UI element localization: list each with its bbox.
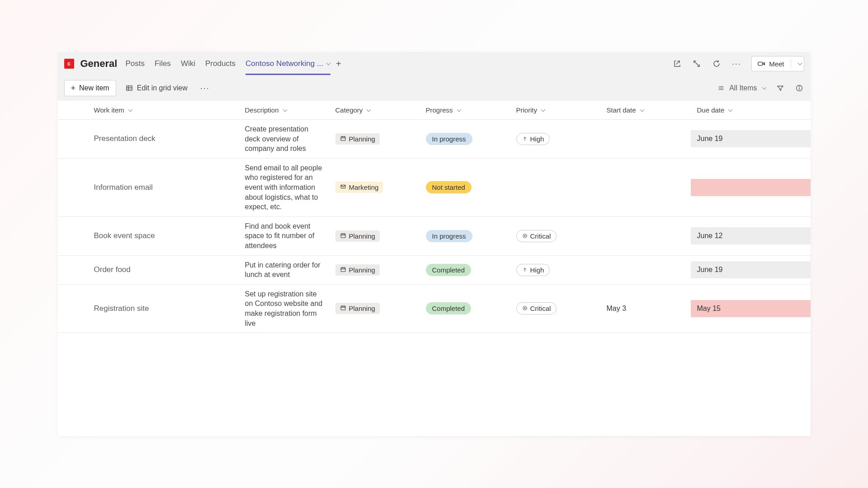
svg-point-3	[799, 86, 799, 87]
app-window: c General PostsFilesWikiProductsContoso …	[58, 52, 811, 436]
category-tag[interactable]: Planning	[335, 230, 380, 242]
due-date-cell[interactable]: June 19	[691, 130, 811, 147]
team-badge[interactable]: c	[64, 59, 74, 69]
view-controls: All Items	[717, 83, 804, 93]
header-actions: ··· Meet	[672, 56, 804, 71]
tab-files[interactable]: Files	[155, 53, 171, 75]
column-header-description[interactable]: Description	[239, 102, 329, 118]
svg-rect-9	[341, 306, 345, 310]
filter-icon[interactable]	[775, 83, 785, 93]
description-cell: Set up registration site on Contoso webs…	[239, 285, 329, 333]
tab-wiki[interactable]: Wiki	[181, 53, 195, 75]
description-cell: Find and book event space to fit number …	[239, 217, 329, 255]
table-row[interactable]: Book event spaceFind and book event spac…	[58, 217, 811, 256]
critical-icon	[522, 305, 528, 312]
chevron-down-icon	[640, 109, 644, 112]
start-date-cell[interactable]: May 3	[600, 300, 691, 317]
due-date-cell[interactable]: June 12	[691, 227, 811, 244]
start-date-cell[interactable]	[600, 265, 691, 274]
start-date-cell[interactable]	[600, 134, 691, 143]
start-date-cell[interactable]	[600, 231, 691, 240]
expand-icon[interactable]	[692, 59, 702, 69]
work-item-title[interactable]: Order food	[94, 265, 131, 274]
edit-grid-button[interactable]: Edit in grid view	[121, 81, 192, 95]
table-row[interactable]: Presentation deckCreate presentation dec…	[58, 120, 811, 159]
description-cell: Send email to all people who registered …	[239, 159, 329, 216]
category-tag[interactable]: Planning	[335, 133, 380, 145]
chevron-down-icon	[541, 109, 545, 112]
list-icon	[717, 84, 725, 92]
column-header-progress[interactable]: Progress	[420, 102, 510, 118]
refresh-icon[interactable]	[712, 59, 722, 69]
svg-rect-1	[126, 86, 132, 91]
category-tag[interactable]: Planning	[335, 264, 380, 276]
category-tag[interactable]: Planning	[335, 303, 380, 314]
tab-contoso-networking-[interactable]: Contoso Networking ...	[245, 53, 330, 75]
start-date-cell[interactable]	[600, 183, 691, 192]
due-date-cell[interactable]: May 15	[691, 300, 811, 317]
new-item-label: New item	[79, 84, 109, 92]
priority-pill[interactable]: High	[516, 264, 550, 276]
calendar-icon	[340, 266, 346, 274]
add-tab-button[interactable]: +	[334, 59, 343, 69]
tab-products[interactable]: Products	[205, 53, 236, 75]
due-date-cell[interactable]	[691, 179, 811, 196]
tab-posts[interactable]: Posts	[125, 53, 145, 75]
table-row[interactable]: Information emailSend email to all peopl…	[58, 159, 811, 217]
table-row[interactable]: Order foodPut in catering order for lunc…	[58, 256, 811, 285]
column-header-start-date[interactable]: Start date	[600, 102, 691, 118]
column-header-category[interactable]: Category	[329, 102, 420, 118]
popout-icon[interactable]	[672, 59, 682, 69]
svg-rect-8	[341, 267, 345, 271]
table-row[interactable]: Registration siteSet up registration sit…	[58, 285, 811, 333]
work-item-title[interactable]: Book event space	[94, 231, 155, 240]
column-header-due-date[interactable]: Due date	[691, 102, 811, 118]
progress-pill[interactable]: Completed	[426, 264, 472, 276]
table-header-row: Work itemDescriptionCategoryProgressPrio…	[58, 101, 811, 120]
plus-icon: +	[71, 84, 76, 92]
column-header-priority[interactable]: Priority	[510, 102, 600, 118]
toolbar-more-icon[interactable]: ···	[197, 84, 213, 93]
calendar-icon	[340, 135, 346, 143]
svg-rect-6	[341, 234, 345, 237]
description-cell: Put in catering order for lunch at event	[239, 256, 329, 284]
video-icon	[757, 60, 765, 68]
calendar-icon	[340, 232, 346, 240]
progress-pill[interactable]: Not started	[426, 181, 472, 193]
svg-rect-4	[341, 136, 345, 140]
info-icon[interactable]	[794, 83, 804, 93]
category-tag[interactable]: Marketing	[335, 182, 383, 193]
grid-icon	[125, 84, 133, 92]
due-date-cell[interactable]: June 19	[691, 261, 811, 278]
chevron-down-icon	[128, 109, 132, 112]
chevron-down-icon[interactable]	[797, 62, 802, 65]
mail-icon	[340, 183, 346, 191]
svg-rect-0	[758, 62, 763, 65]
work-item-title[interactable]: Information email	[94, 183, 153, 192]
meet-label: Meet	[769, 60, 784, 68]
work-item-title[interactable]: Presentation deck	[94, 134, 156, 143]
more-actions-icon[interactable]: ···	[731, 59, 741, 69]
view-selector-label: All Items	[729, 84, 757, 92]
priority-pill[interactable]: Critical	[516, 230, 557, 242]
work-item-title[interactable]: Registration site	[94, 304, 149, 313]
arrow-up-icon	[522, 135, 528, 143]
column-header-work-item[interactable]: Work item	[58, 102, 239, 118]
progress-pill[interactable]: In progress	[426, 133, 472, 145]
critical-icon	[522, 232, 528, 240]
chevron-down-icon	[457, 109, 461, 112]
progress-pill[interactable]: Completed	[426, 302, 472, 314]
progress-pill[interactable]: In progress	[426, 230, 472, 242]
items-table: Work itemDescriptionCategoryProgressPrio…	[58, 101, 811, 436]
new-item-button[interactable]: + New item	[64, 80, 116, 96]
priority-pill[interactable]: High	[516, 133, 550, 145]
description-cell: Create presentation deck overview of com…	[239, 120, 329, 158]
tab-strip: PostsFilesWikiProductsContoso Networking…	[125, 53, 330, 75]
svg-rect-5	[341, 185, 345, 188]
view-selector[interactable]: All Items	[717, 84, 766, 92]
channel-header: c General PostsFilesWikiProductsContoso …	[58, 52, 811, 75]
meet-button[interactable]: Meet	[751, 56, 804, 71]
priority-pill[interactable]: Critical	[516, 302, 557, 314]
edit-grid-label: Edit in grid view	[137, 84, 188, 92]
list-toolbar: + New item Edit in grid view ··· All Ite…	[58, 75, 811, 101]
